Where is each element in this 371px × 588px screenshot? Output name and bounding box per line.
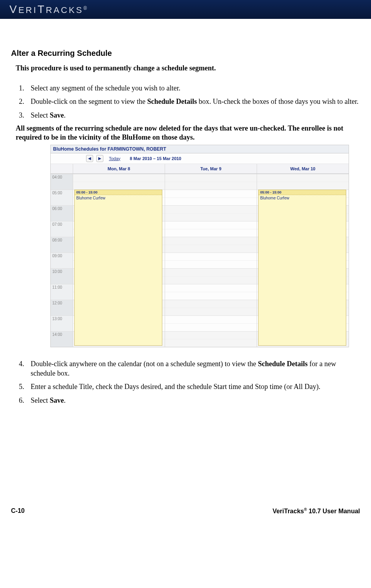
bold-term: Schedule Details xyxy=(258,360,308,368)
step-item: Double-click anywhere on the calendar (n… xyxy=(26,359,360,378)
event-time: 05:00 - 15:00 xyxy=(75,190,162,195)
time-label: 11:00 xyxy=(51,284,73,300)
day-header: Tue, Mar 9 xyxy=(165,164,257,173)
time-label: 13:00 xyxy=(51,315,73,331)
logo-letter: V xyxy=(9,3,18,15)
result-text: All segments of the recurring schedule a… xyxy=(16,124,360,142)
today-link[interactable]: Today xyxy=(107,155,123,162)
logo-letter: T xyxy=(37,3,46,15)
time-label: 10:00 xyxy=(51,268,73,284)
time-label: 06:00 xyxy=(51,205,73,221)
calendar-title: BluHome Schedules for FARMINGTOWN, ROBER… xyxy=(51,145,349,153)
event-label: Bluhome Curfew xyxy=(75,195,162,201)
event-time: 05:00 - 15:00 xyxy=(259,190,346,195)
time-label: 07:00 xyxy=(51,221,73,237)
step-item: Select any segment of the schedule you w… xyxy=(26,83,360,93)
day-header: Wed, Mar 10 xyxy=(257,164,349,173)
next-arrow-icon[interactable]: ▶ xyxy=(96,155,103,162)
logo-segment: ERI xyxy=(18,5,38,15)
registered-mark: ® xyxy=(83,6,88,11)
steps-list-b: Double-click anywhere on the calendar (n… xyxy=(26,359,360,405)
bold-term: Save xyxy=(50,111,64,119)
footer-manual-title: VeriTracks® 10.7 User Manual xyxy=(272,507,360,515)
day-column-wed[interactable]: 05:00 - 15:00Bluhome Curfew xyxy=(257,174,349,347)
time-label: 05:00 xyxy=(51,190,73,205)
time-label: 04:00 xyxy=(51,174,73,190)
time-label: 09:00 xyxy=(51,253,73,268)
time-label: 08:00 xyxy=(51,237,73,253)
steps-list-a: Select any segment of the schedule you w… xyxy=(26,83,360,120)
day-column-tue[interactable] xyxy=(165,174,257,347)
step-item: Double-click on the segment to view the … xyxy=(26,97,360,106)
calendar-screenshot: BluHome Schedules for FARMINGTOWN, ROBER… xyxy=(50,145,349,347)
step-item: Enter a schedule Title, check the Days d… xyxy=(26,382,360,391)
bold-term: Save xyxy=(50,396,64,404)
bold-term: Schedule Details xyxy=(147,98,197,105)
brand-logo: VERITRACKS® xyxy=(9,3,88,16)
page-footer: C-10 VeriTracks® 10.7 User Manual xyxy=(0,507,371,523)
intro-text: This procedure is used to permanently ch… xyxy=(16,64,360,72)
schedule-segment[interactable]: 05:00 - 15:00Bluhome Curfew xyxy=(258,190,346,346)
calendar-body: 04:0005:0006:0007:0008:0009:0010:0011:00… xyxy=(51,174,349,347)
page-title: Alter a Recurring Schedule xyxy=(11,49,360,58)
schedule-segment[interactable]: 05:00 - 15:00Bluhome Curfew xyxy=(74,190,162,346)
app-header: VERITRACKS® xyxy=(0,0,371,19)
prev-arrow-icon[interactable]: ◀ xyxy=(86,155,93,162)
calendar-nav: ◀ ▶ Today 8 Mar 2010 – 15 Mar 2010 xyxy=(51,153,349,164)
step-item: Select Save. xyxy=(26,111,360,120)
logo-segment: RACKS xyxy=(46,5,83,15)
footer-page-number: C-10 xyxy=(11,507,25,515)
date-range: 8 Mar 2010 – 15 Mar 2010 xyxy=(130,156,181,161)
event-label: Bluhome Curfew xyxy=(259,195,346,201)
time-label: 12:00 xyxy=(51,300,73,315)
calendar-headers: Mon, Mar 8 Tue, Mar 9 Wed, Mar 10 xyxy=(51,164,349,174)
time-column: 04:0005:0006:0007:0008:0009:0010:0011:00… xyxy=(51,174,73,347)
day-column-mon[interactable]: 05:00 - 15:00Bluhome Curfew xyxy=(73,174,165,347)
time-label: 14:00 xyxy=(51,331,73,347)
step-item: Select Save. xyxy=(26,396,360,405)
day-header: Mon, Mar 8 xyxy=(73,164,165,173)
